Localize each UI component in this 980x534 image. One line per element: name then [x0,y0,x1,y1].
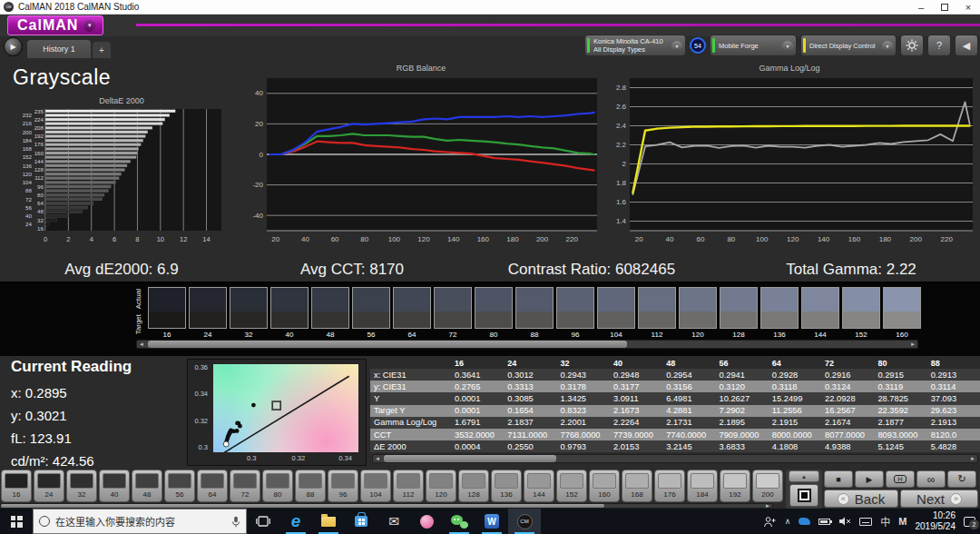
level-button[interactable]: 176 [654,470,685,502]
touch-keyboard-icon[interactable] [859,518,872,526]
next-button[interactable]: Next » [900,490,978,508]
grayscale-swatch[interactable]: 160 [883,287,924,339]
taskbar-store[interactable] [345,509,377,534]
grayscale-swatch[interactable]: 56 [352,287,393,339]
taskbar-pink-app[interactable] [410,509,443,534]
help-button[interactable]: ? [927,35,951,56]
taskbar-file-explorer[interactable] [312,509,345,534]
taskbar-calman[interactable]: CM [508,509,541,534]
scroll-left-icon[interactable]: ◄ [373,455,382,462]
grayscale-swatch[interactable]: 152 [842,287,883,339]
play-button[interactable]: ▶ [855,470,884,488]
grayscale-swatch[interactable]: 72 [434,287,475,339]
level-button[interactable]: 48 [132,470,162,502]
grayscale-swatch[interactable]: 64 [393,287,434,339]
level-button[interactable]: 72 [230,470,260,502]
accent-line [136,24,980,26]
minimize-button[interactable]: – [909,0,933,14]
table-scrollbar-thumb[interactable] [384,455,556,462]
ime-indicator[interactable]: 中 [880,514,890,529]
continuous-read-button[interactable]: ∞ [916,470,946,488]
people-icon[interactable] [763,516,777,528]
level-label: 88 [307,490,315,499]
action-center-icon[interactable]: 2 [964,517,975,527]
close-button[interactable]: × [956,0,980,14]
microphone-icon[interactable] [231,516,240,528]
level-button[interactable]: 40 [99,470,130,502]
grayscale-swatch[interactable]: 24 [189,287,230,339]
taskbar-wechat[interactable] [443,509,475,534]
single-read-button[interactable]: H [886,470,915,488]
level-button[interactable]: 120 [426,470,456,502]
level-button[interactable]: 24 [34,470,64,502]
taskbar-search[interactable]: 在这里输入你要搜索的内容 [33,509,247,534]
level-button[interactable]: 200 [752,470,783,502]
search-input[interactable]: 在这里输入你要搜索的内容 [55,514,226,529]
collapse-panel-button[interactable]: ◀ [955,35,978,56]
level-button[interactable]: 136 [491,470,522,502]
level-button[interactable]: 168 [622,470,652,502]
taskbar-edge[interactable]: e [279,509,312,534]
grayscale-swatch[interactable]: 112 [638,287,679,339]
scroll-right-icon[interactable]: ► [968,455,977,462]
task-view-button[interactable] [247,509,279,534]
grayscale-swatch[interactable]: 128 [720,287,760,339]
onedrive-icon[interactable] [799,518,810,525]
calman-menu-button[interactable]: CalMAN ▼ [7,15,103,35]
grayscale-swatch[interactable]: 48 [311,287,352,339]
grayscale-swatch[interactable]: 16 [148,287,189,339]
level-button[interactable]: 184 [687,470,718,502]
display-control-dropdown[interactable]: Direct Display Control ▼ [800,35,897,56]
level-button[interactable]: 128 [458,470,489,502]
strip-scrollbar[interactable]: ◄ ► [136,340,918,349]
taskbar-mail[interactable]: ✉ [377,509,410,534]
run-button[interactable]: ▶ [4,37,23,56]
tray-chevron-icon[interactable]: ∧ [785,517,791,526]
source-dropdown[interactable]: Mobile Forge ▼ [710,35,797,56]
level-button[interactable]: 64 [197,470,228,502]
level-button[interactable]: 112 [393,470,424,502]
level-button[interactable]: 152 [556,470,587,502]
grayscale-swatch[interactable]: 144 [801,287,842,339]
level-button[interactable]: 104 [360,470,391,502]
m-tray-icon[interactable]: M [898,516,906,527]
grayscale-swatch[interactable]: 80 [475,287,515,339]
meter-dropdown[interactable]: Konica Minolta CA-410 All Display Types … [584,35,686,56]
grayscale-swatch[interactable]: 40 [270,287,311,339]
add-tab-button[interactable]: + [93,42,111,58]
grayscale-swatch[interactable]: 104 [597,287,638,339]
level-button[interactable]: 88 [295,470,326,502]
start-button[interactable] [0,509,33,534]
grayscale-swatch[interactable]: 88 [515,287,556,339]
table-scrollbar[interactable]: ◄ ► [372,454,978,463]
meter-status-badge[interactable]: 54 [690,37,706,54]
level-button[interactable]: 32 [66,470,97,502]
level-button[interactable]: 80 [262,470,293,502]
level-button[interactable]: 192 [720,470,750,502]
taskbar-clock[interactable]: 10:26 2019/5/24 [916,510,956,532]
stop-button[interactable]: ■ [824,470,853,488]
scroll-left-icon[interactable]: ◄ [137,341,146,348]
back-button[interactable]: « Back [824,490,898,508]
refresh-button[interactable]: ↻ [947,470,976,488]
stop-read-button[interactable] [789,484,818,507]
tab-history-1[interactable]: History 1 [27,40,91,58]
maximize-button[interactable] [933,0,956,14]
volume-muted-icon[interactable] [838,516,851,527]
grayscale-swatch[interactable]: 120 [679,287,720,339]
settings-button[interactable] [900,35,924,56]
taskbar-wps[interactable]: W [475,509,508,534]
grayscale-swatch[interactable]: 136 [760,287,801,339]
strip-scrollbar-thumb[interactable] [148,341,627,348]
grayscale-swatch[interactable]: 96 [556,287,597,339]
level-scrollbar-thumb[interactable] [1,504,604,508]
expand-up-button[interactable]: ▲ [789,470,819,482]
grayscale-swatch[interactable]: 32 [230,287,270,339]
level-button[interactable]: 96 [328,470,358,502]
scroll-right-icon[interactable]: ► [908,341,917,348]
level-button[interactable]: 144 [524,470,554,502]
level-button[interactable]: 56 [164,470,195,502]
level-button[interactable]: 160 [589,470,620,502]
battery-icon[interactable] [818,519,830,525]
level-button[interactable]: 16 [1,470,32,502]
